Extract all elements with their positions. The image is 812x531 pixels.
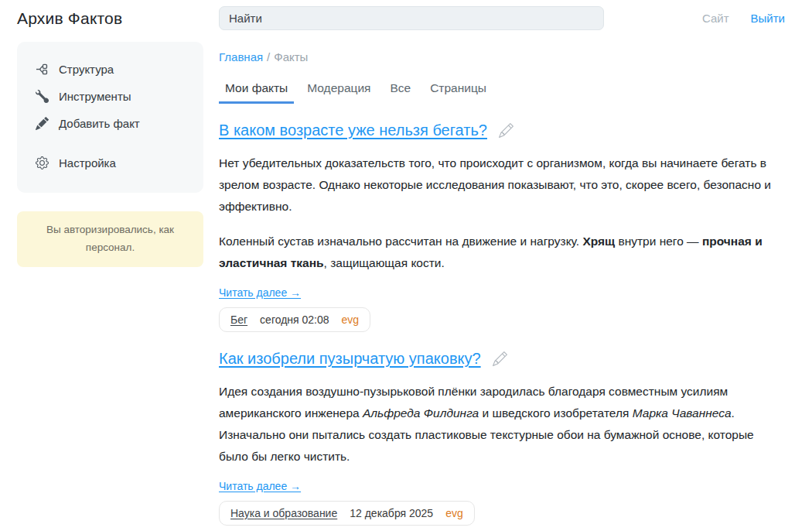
fact-paragraph: Нет убедительных доказательств того, что… — [219, 152, 785, 218]
fact-meta: Наука и образование 12 декабря 2025 evg — [219, 501, 475, 526]
topbar: Сайт Выйти — [219, 6, 785, 30]
sidebar: Архив Фактов Структура — [17, 6, 203, 526]
author-link[interactable]: evg — [445, 507, 463, 519]
logout-link[interactable]: Выйти — [751, 12, 785, 25]
breadcrumb: Главная/Факты — [219, 50, 785, 63]
fact-title-row: В каком возрасте уже нельзя бегать? — [219, 122, 785, 139]
fact-meta-row: Наука и образование 12 декабря 2025 evg — [219, 501, 785, 526]
fact-date: сегодня 02:08 — [260, 313, 329, 326]
top-links: Сайт Выйти — [702, 12, 785, 25]
gear-icon — [36, 156, 49, 170]
sidebar-item-label: Настройка — [59, 156, 116, 170]
fact-article: В каком возрасте уже нельзя бегать? Нет … — [219, 122, 785, 332]
main-content: Сайт Выйти Главная/Факты Мои факты Модер… — [219, 6, 785, 526]
read-more-link[interactable]: Читать далее → — [219, 286, 301, 299]
fact-meta: Бег сегодня 02:08 evg — [219, 307, 370, 332]
pencil-fill-icon — [36, 117, 49, 130]
tab-pages[interactable]: Страницы — [424, 80, 493, 104]
page: Архив Фактов Структура — [0, 0, 812, 526]
breadcrumb-current: Факты — [274, 50, 308, 63]
tab-my-facts[interactable]: Мои факты — [219, 80, 294, 104]
fact-paragraph: Идея создания воздушно-пузырьковой плёнк… — [219, 381, 785, 468]
sidebar-item-label: Добавить факт — [59, 117, 140, 130]
search-input[interactable] — [219, 6, 604, 30]
fact-paragraph: Коленный сустав изначально рассчитан на … — [219, 231, 785, 274]
app-title: Архив Фактов — [17, 6, 203, 28]
sidebar-item-label: Инструменты — [59, 90, 131, 103]
author-link[interactable]: evg — [342, 313, 360, 326]
fact-date: 12 декабря 2025 — [350, 507, 433, 519]
diagram-icon — [36, 63, 49, 76]
breadcrumb-home-link[interactable]: Главная — [219, 50, 263, 63]
wrench-icon — [36, 90, 49, 103]
site-link[interactable]: Сайт — [702, 12, 729, 25]
breadcrumb-separator: / — [267, 50, 270, 63]
read-more-link[interactable]: Читать далее → — [219, 480, 301, 492]
fact-article: Как изобрели пузырчатую упаковку? Идея с… — [219, 350, 785, 526]
staff-auth-notice: Вы авторизировались, как персонал. — [17, 211, 203, 267]
fact-title-row: Как изобрели пузырчатую упаковку? — [219, 350, 785, 368]
edit-pencil-icon[interactable] — [493, 351, 507, 366]
tab-bar: Мои факты Модерация Все Страницы — [219, 80, 785, 104]
sidebar-item-add-fact[interactable]: Добавить факт — [36, 117, 193, 130]
sidebar-item-settings[interactable]: Настройка — [36, 156, 193, 170]
sidebar-item-label: Структура — [59, 63, 114, 76]
fact-title-link[interactable]: В каком возрасте уже нельзя бегать? — [219, 122, 487, 139]
fact-meta-row: Бег сегодня 02:08 evg — [219, 307, 785, 332]
tab-all[interactable]: Все — [384, 80, 417, 104]
category-link[interactable]: Наука и образование — [230, 507, 337, 519]
category-link[interactable]: Бег — [230, 313, 247, 326]
edit-pencil-icon[interactable] — [499, 123, 513, 138]
fact-title-link[interactable]: Как изобрели пузырчатую упаковку? — [219, 350, 481, 368]
sidebar-item-tools[interactable]: Инструменты — [36, 90, 193, 103]
sidebar-menu: Структура Инструменты Добавить факт — [17, 42, 203, 193]
tab-moderation[interactable]: Модерация — [301, 80, 377, 104]
sidebar-item-structure[interactable]: Структура — [36, 63, 193, 76]
